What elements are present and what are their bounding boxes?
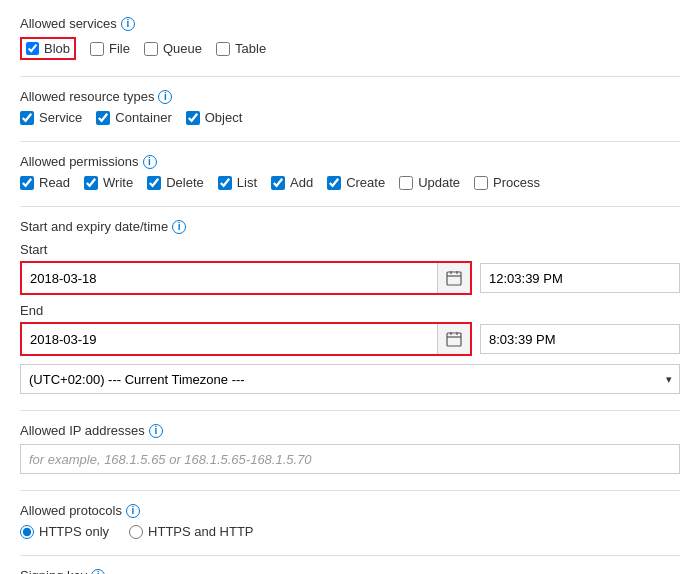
allowed-ip-input[interactable] bbox=[20, 444, 680, 474]
process-checkbox-item: Process bbox=[474, 175, 540, 190]
signing-key-label: Signing key bbox=[20, 568, 87, 574]
start-datetime-inputs bbox=[20, 261, 680, 295]
start-expiry-title: Start and expiry date/time i bbox=[20, 219, 680, 234]
allowed-protocols-options: HTTPS only HTTPS and HTTP bbox=[20, 524, 680, 539]
svg-rect-0 bbox=[447, 272, 461, 285]
end-datetime-row: End bbox=[20, 303, 680, 356]
allowed-ip-info-icon[interactable]: i bbox=[149, 424, 163, 438]
list-checkbox-item: List bbox=[218, 175, 257, 190]
signing-key-info-icon[interactable]: i bbox=[91, 569, 105, 575]
list-label[interactable]: List bbox=[237, 175, 257, 190]
end-calendar-icon bbox=[446, 331, 462, 347]
allowed-protocols-title: Allowed protocols i bbox=[20, 503, 680, 518]
object-label[interactable]: Object bbox=[205, 110, 243, 125]
divider-5 bbox=[20, 490, 680, 491]
create-label[interactable]: Create bbox=[346, 175, 385, 190]
allowed-resource-types-options: Service Container Object bbox=[20, 110, 680, 125]
start-date-input-wrapper bbox=[20, 261, 472, 295]
signing-key-section: Signing key i key1 key2 ▾ bbox=[20, 568, 680, 574]
allowed-permissions-section: Allowed permissions i Read Write Delete … bbox=[20, 154, 680, 190]
https-only-radio[interactable] bbox=[20, 525, 34, 539]
allowed-permissions-title: Allowed permissions i bbox=[20, 154, 680, 169]
file-label[interactable]: File bbox=[109, 41, 130, 56]
write-checkbox-item: Write bbox=[84, 175, 133, 190]
allowed-resource-types-section: Allowed resource types i Service Contain… bbox=[20, 89, 680, 125]
container-checkbox[interactable] bbox=[96, 111, 110, 125]
signing-key-title: Signing key i bbox=[20, 568, 680, 574]
allowed-resource-types-info-icon[interactable]: i bbox=[158, 90, 172, 104]
allowed-services-info-icon[interactable]: i bbox=[121, 17, 135, 31]
allowed-ip-section: Allowed IP addresses i bbox=[20, 423, 680, 474]
allowed-ip-label: Allowed IP addresses bbox=[20, 423, 145, 438]
read-label[interactable]: Read bbox=[39, 175, 70, 190]
update-label[interactable]: Update bbox=[418, 175, 460, 190]
add-label[interactable]: Add bbox=[290, 175, 313, 190]
create-checkbox[interactable] bbox=[327, 176, 341, 190]
add-checkbox[interactable] bbox=[271, 176, 285, 190]
end-calendar-button[interactable] bbox=[437, 324, 470, 354]
divider-4 bbox=[20, 410, 680, 411]
file-checkbox-item: File bbox=[90, 41, 130, 56]
https-http-radio[interactable] bbox=[129, 525, 143, 539]
delete-checkbox[interactable] bbox=[147, 176, 161, 190]
queue-checkbox[interactable] bbox=[144, 42, 158, 56]
start-expiry-label: Start and expiry date/time bbox=[20, 219, 168, 234]
start-date-input[interactable] bbox=[22, 263, 437, 293]
start-expiry-info-icon[interactable]: i bbox=[172, 220, 186, 234]
allowed-ip-title: Allowed IP addresses i bbox=[20, 423, 680, 438]
file-checkbox[interactable] bbox=[90, 42, 104, 56]
queue-label[interactable]: Queue bbox=[163, 41, 202, 56]
update-checkbox[interactable] bbox=[399, 176, 413, 190]
list-checkbox[interactable] bbox=[218, 176, 232, 190]
table-checkbox-item: Table bbox=[216, 41, 266, 56]
write-checkbox[interactable] bbox=[84, 176, 98, 190]
allowed-services-title: Allowed services i bbox=[20, 16, 680, 31]
delete-label[interactable]: Delete bbox=[166, 175, 204, 190]
allowed-resource-types-title: Allowed resource types i bbox=[20, 89, 680, 104]
end-date-label: End bbox=[20, 303, 680, 318]
allowed-protocols-section: Allowed protocols i HTTPS only HTTPS and… bbox=[20, 503, 680, 539]
blob-label[interactable]: Blob bbox=[44, 41, 70, 56]
queue-checkbox-item: Queue bbox=[144, 41, 202, 56]
allowed-permissions-info-icon[interactable]: i bbox=[143, 155, 157, 169]
table-checkbox[interactable] bbox=[216, 42, 230, 56]
process-label[interactable]: Process bbox=[493, 175, 540, 190]
allowed-permissions-label: Allowed permissions bbox=[20, 154, 139, 169]
read-checkbox-item: Read bbox=[20, 175, 70, 190]
start-datetime-row: Start bbox=[20, 242, 680, 295]
timezone-wrapper: (UTC+02:00) --- Current Timezone --- ▾ bbox=[20, 364, 680, 394]
https-only-label[interactable]: HTTPS only bbox=[39, 524, 109, 539]
svg-rect-4 bbox=[447, 333, 461, 346]
start-calendar-button[interactable] bbox=[437, 263, 470, 293]
blob-checkbox[interactable] bbox=[26, 42, 39, 55]
object-checkbox[interactable] bbox=[186, 111, 200, 125]
allowed-protocols-info-icon[interactable]: i bbox=[126, 504, 140, 518]
service-checkbox[interactable] bbox=[20, 111, 34, 125]
timezone-select[interactable]: (UTC+02:00) --- Current Timezone --- bbox=[20, 364, 680, 394]
write-label[interactable]: Write bbox=[103, 175, 133, 190]
allowed-services-options: Blob File Queue Table bbox=[20, 37, 680, 60]
allowed-services-label: Allowed services bbox=[20, 16, 117, 31]
start-calendar-icon bbox=[446, 270, 462, 286]
end-time-input[interactable] bbox=[480, 324, 680, 354]
start-time-input[interactable] bbox=[480, 263, 680, 293]
end-date-input[interactable] bbox=[22, 324, 437, 354]
create-checkbox-item: Create bbox=[327, 175, 385, 190]
service-label[interactable]: Service bbox=[39, 110, 82, 125]
start-expiry-section: Start and expiry date/time i Start bbox=[20, 219, 680, 394]
allowed-resource-types-label: Allowed resource types bbox=[20, 89, 154, 104]
object-checkbox-item: Object bbox=[186, 110, 243, 125]
https-only-radio-item: HTTPS only bbox=[20, 524, 109, 539]
service-checkbox-item: Service bbox=[20, 110, 82, 125]
table-label[interactable]: Table bbox=[235, 41, 266, 56]
add-checkbox-item: Add bbox=[271, 175, 313, 190]
container-label[interactable]: Container bbox=[115, 110, 171, 125]
allowed-services-section: Allowed services i Blob File Queue Table bbox=[20, 16, 680, 60]
update-checkbox-item: Update bbox=[399, 175, 460, 190]
read-checkbox[interactable] bbox=[20, 176, 34, 190]
delete-checkbox-item: Delete bbox=[147, 175, 204, 190]
https-http-label[interactable]: HTTPS and HTTP bbox=[148, 524, 253, 539]
divider-2 bbox=[20, 141, 680, 142]
process-checkbox[interactable] bbox=[474, 176, 488, 190]
allowed-protocols-label: Allowed protocols bbox=[20, 503, 122, 518]
